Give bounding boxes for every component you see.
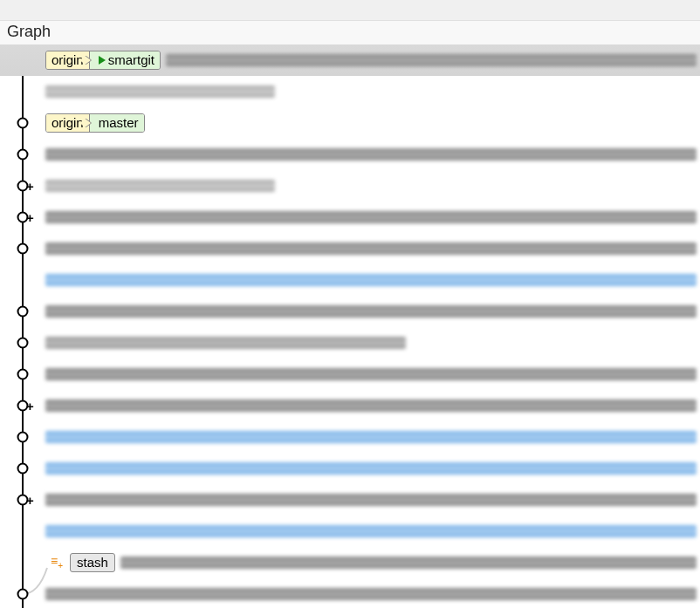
commit-message-blurred (45, 305, 697, 318)
commit-message-blurred (45, 211, 697, 223)
branch-label: master (90, 114, 144, 132)
commit-message-blurred (45, 525, 697, 537)
commit-message-blurred (45, 494, 697, 506)
commit-row[interactable] (0, 296, 700, 327)
commit-row[interactable]: + (0, 390, 700, 421)
remote-label: origin (46, 51, 90, 69)
stash-icon: ≡+ (51, 555, 63, 570)
expand-plus-icon[interactable]: + (26, 493, 34, 508)
expand-plus-icon[interactable]: + (26, 399, 34, 413)
commit-row[interactable]: + (0, 484, 700, 516)
ref-origin-master[interactable]: origin master (45, 113, 145, 133)
expand-plus-icon[interactable]: + (26, 179, 34, 194)
commit-message-blurred (45, 85, 275, 98)
commit-row[interactable] (0, 516, 700, 547)
commit-row[interactable] (0, 264, 700, 296)
commit-row[interactable]: ≡+stash (0, 547, 700, 578)
commit-message-blurred (45, 180, 275, 192)
commit-row[interactable] (0, 359, 700, 390)
commit-row[interactable] (0, 578, 700, 608)
commit-row[interactable] (0, 76, 700, 107)
panel-title: Graph (0, 21, 700, 44)
commit-message-blurred (166, 54, 697, 66)
commit-message-blurred (120, 557, 697, 569)
ref-stash[interactable]: stash (70, 553, 115, 572)
commit-row[interactable] (0, 453, 700, 484)
commit-row[interactable]: origin master (0, 107, 700, 139)
commit-message-blurred (45, 431, 697, 443)
commit-message-blurred (45, 274, 697, 286)
commit-message-blurred (45, 368, 697, 380)
expand-plus-icon[interactable]: + (26, 210, 34, 225)
commit-row[interactable] (0, 327, 700, 359)
commit-message-blurred (45, 243, 697, 255)
commit-row[interactable]: + (0, 170, 700, 202)
commit-row[interactable] (0, 421, 700, 453)
commit-row[interactable]: + (0, 202, 700, 233)
commit-message-blurred (45, 400, 697, 412)
commit-row[interactable] (0, 139, 700, 170)
remote-label: origin (46, 114, 90, 132)
commit-message-blurred (45, 337, 406, 349)
window-top-bar (0, 0, 700, 21)
commit-message-blurred (45, 462, 697, 475)
branch-label: smartgit (90, 51, 160, 69)
head-play-icon (99, 56, 106, 65)
ref-origin-smartgit[interactable]: origin smartgit (45, 51, 161, 70)
commit-message-blurred (45, 148, 697, 161)
commit-message-blurred (45, 588, 697, 600)
commit-row[interactable] (0, 233, 700, 264)
commit-graph[interactable]: origin smartgit origin master ++++≡+stas… (0, 44, 700, 608)
commit-row[interactable]: origin smartgit (0, 44, 700, 76)
